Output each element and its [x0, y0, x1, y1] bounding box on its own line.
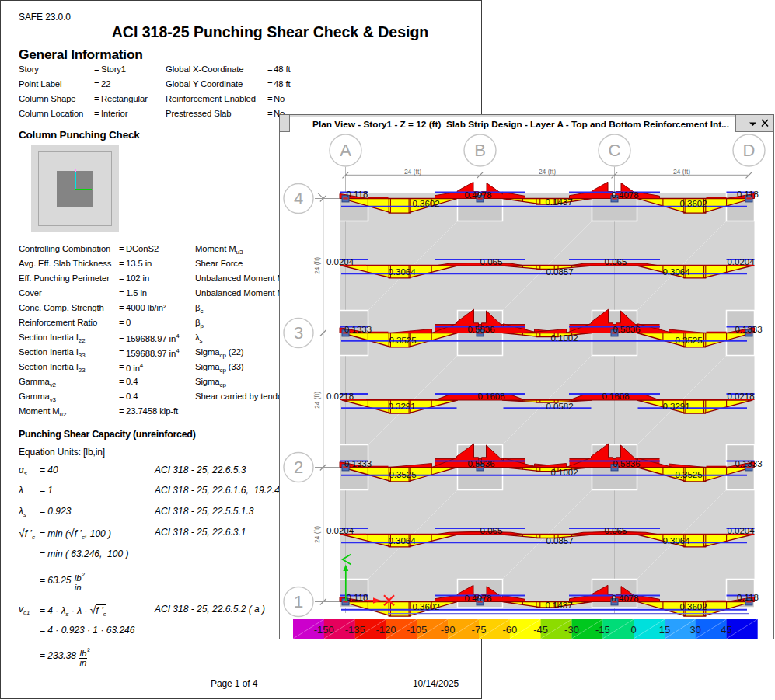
svg-text:0.0204: 0.0204: [326, 257, 354, 266]
svg-text:0.3525: 0.3525: [389, 336, 416, 345]
svg-text:0.1002: 0.1002: [550, 468, 578, 477]
svg-text:0.3525: 0.3525: [675, 336, 702, 345]
svg-text:-15: -15: [595, 624, 610, 636]
svg-text:24 (ft): 24 (ft): [313, 257, 321, 274]
svg-text:0.5836: 0.5836: [467, 459, 494, 468]
svg-text:0.5836: 0.5836: [467, 325, 494, 334]
svg-text:0.065: 0.065: [605, 526, 627, 535]
svg-text:0.0218: 0.0218: [326, 392, 354, 401]
svg-text:-105: -105: [407, 624, 427, 636]
svg-text:B: B: [474, 141, 486, 160]
svg-text:0: 0: [630, 624, 636, 636]
svg-text:24 (ft): 24 (ft): [539, 168, 556, 176]
svg-text:24 (ft): 24 (ft): [313, 526, 321, 543]
svg-text:0.3602: 0.3602: [412, 602, 439, 611]
svg-text:0.1333: 0.1333: [735, 459, 762, 468]
svg-text:0.0204: 0.0204: [727, 526, 755, 535]
svg-text:0.065: 0.065: [480, 257, 503, 266]
svg-text:0.065: 0.065: [480, 526, 503, 535]
svg-text:A: A: [340, 141, 351, 160]
svg-text:-150: -150: [314, 624, 334, 636]
svg-text:2: 2: [294, 458, 303, 477]
svg-text:0.5836: 0.5836: [613, 325, 640, 334]
svg-text:24 (ft): 24 (ft): [673, 168, 690, 176]
svg-text:0.3291: 0.3291: [388, 402, 415, 411]
svg-text:-45: -45: [533, 624, 548, 636]
svg-text:0.118: 0.118: [737, 190, 759, 199]
svg-text:0.4078: 0.4078: [464, 594, 491, 603]
svg-text:0.1437: 0.1437: [545, 197, 572, 207]
svg-text:0.3602: 0.3602: [679, 602, 707, 611]
svg-text:0.0204: 0.0204: [727, 257, 755, 266]
svg-text:C: C: [609, 141, 621, 160]
svg-text:0.4078: 0.4078: [611, 594, 638, 603]
svg-text:24 (ft): 24 (ft): [404, 168, 421, 176]
svg-text:0.065: 0.065: [605, 257, 627, 266]
svg-text:4: 4: [294, 189, 303, 208]
svg-text:-120: -120: [375, 624, 396, 636]
svg-text:0.1333: 0.1333: [344, 459, 372, 468]
svg-text:0.3602: 0.3602: [412, 199, 439, 208]
svg-text:0.3602: 0.3602: [679, 199, 707, 208]
svg-text:-90: -90: [441, 624, 456, 636]
svg-text:0.3064: 0.3064: [388, 536, 416, 545]
svg-text:0.118: 0.118: [737, 593, 759, 602]
svg-text:0.118: 0.118: [347, 190, 368, 199]
svg-text:0.3525: 0.3525: [389, 470, 416, 479]
svg-text:0.3064: 0.3064: [662, 536, 690, 545]
svg-text:0.0218: 0.0218: [727, 392, 754, 401]
svg-text:30: 30: [690, 624, 701, 636]
svg-text:0.0582: 0.0582: [546, 402, 573, 411]
svg-text:0.1608: 0.1608: [477, 392, 504, 401]
svg-text:-135: -135: [345, 624, 365, 636]
svg-text:24 (ft): 24 (ft): [313, 392, 321, 409]
svg-text:1: 1: [294, 592, 303, 611]
svg-text:0.118: 0.118: [347, 593, 368, 602]
svg-text:45: 45: [721, 624, 731, 636]
svg-text:0.4078: 0.4078: [611, 190, 638, 200]
svg-text:-60: -60: [502, 624, 517, 636]
svg-text:0.1608: 0.1608: [602, 392, 629, 401]
svg-text:0.4078: 0.4078: [464, 190, 491, 200]
svg-text:0.1437: 0.1437: [545, 601, 572, 610]
svg-text:0.0204: 0.0204: [326, 526, 354, 535]
svg-text:0.3525: 0.3525: [675, 470, 702, 479]
svg-text:3: 3: [294, 323, 303, 343]
svg-text:0.0857: 0.0857: [546, 536, 573, 545]
svg-text:0.3291: 0.3291: [662, 402, 689, 411]
svg-text:0.3064: 0.3064: [388, 267, 416, 277]
svg-text:15: 15: [659, 624, 670, 636]
svg-text:0.3064: 0.3064: [662, 267, 690, 277]
svg-text:0.0857: 0.0857: [546, 267, 573, 277]
svg-text:-30: -30: [564, 624, 579, 636]
svg-text:0.1333: 0.1333: [735, 325, 762, 334]
svg-text:0.5836: 0.5836: [613, 459, 640, 468]
svg-text:0.1333: 0.1333: [344, 325, 372, 334]
svg-text:-75: -75: [472, 624, 487, 636]
svg-text:0.1002: 0.1002: [550, 333, 578, 343]
svg-text:D: D: [743, 141, 756, 160]
